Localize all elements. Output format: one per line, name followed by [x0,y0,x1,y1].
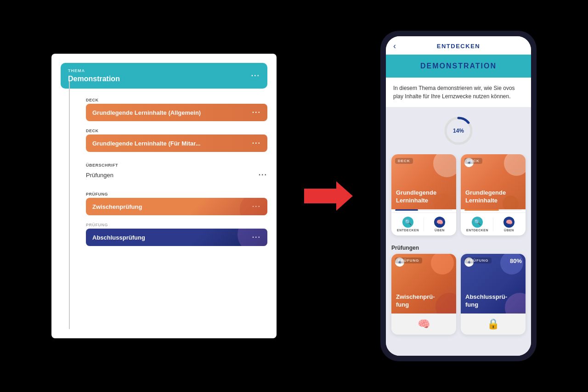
phone-screen: ‹ ENTDECKEN DEMONSTRATION In diesem Them… [386,36,531,356]
uberschrift-node: ÜBERSCHRIFT Prüfungen ··· [86,159,267,185]
thema-dots[interactable]: ··· [251,72,260,80]
prufung1-label: PRÜFUNG [86,192,267,196]
deck-node-2: DECK Grundlegende Lerninhalte (Für Mitar… [86,129,267,152]
divider2 [493,218,493,231]
deck-card-2-top: ✳ DECK GrundlegendeLerninhalte [461,154,526,209]
blob6 [435,293,456,314]
prufung1-card: Zwischenprüfung ··· [86,198,267,215]
phone-banner: DEMONSTRATION [386,55,531,78]
blob5 [431,254,454,274]
lock-icon: 🔒 [487,318,499,330]
percent-badge: 80% [510,258,522,264]
deck-node-1: DECK Grundlegende Lerninhalte (Allgemein… [86,98,267,121]
deck2-card: Grundlegende Lerninhalte (Für Mitar... ·… [86,134,267,152]
phone: ‹ ENTDECKEN DEMONSTRATION In diesem Them… [380,31,537,361]
deck2-title: Grundlegende Lerninhalte (Für Mitar... [92,140,200,147]
red-arrow-group [304,181,353,211]
progress-area: 14% [386,107,531,154]
phone-header-title: ENTDECKEN [437,43,480,50]
deck1-uben[interactable]: 🧠 ÜBEN [428,217,452,232]
deck2-entdecken[interactable]: 🔍 ENTDECKEN [465,217,489,232]
entdecken-icon-1: 🔍 [402,217,413,228]
phone-container: ‹ ENTDECKEN DEMONSTRATION In diesem Them… [380,31,537,361]
phone-header: ‹ ENTDECKEN [386,36,531,55]
deck2-phone-title: GrundlegendeLerninhalte [465,189,506,205]
uben-icon-2: 🧠 [503,217,514,228]
decks-area[interactable]: DECK GrundlegendeLerninhalte 🔍 ENTDECKEN [386,154,531,356]
deck2-fill [464,209,499,211]
deck-card-2[interactable]: ✳ DECK GrundlegendeLerninhalte 🔍 ENTD [461,154,526,235]
section-prufungen-label: Prüfungen [391,241,526,254]
deck2-label: DECK [86,129,267,133]
phone-banner-title: DEMONSTRATION [393,62,524,70]
deck2-phone-label: DECK [464,158,482,164]
deck1-card: Grundlegende Lerninhalte (Allgemein) ··· [86,104,267,121]
uben-icon-1: 🧠 [434,217,445,228]
exam-row: ✳ PRÜFUNG Zwischenprü-fung 🧠 [391,254,526,335]
deck2-uben[interactable]: 🧠 ÜBEN [497,217,521,232]
deck1-phone-title: GrundlegendeLerninhalte [396,189,436,205]
uberschrift-dots[interactable]: ··· [259,171,267,179]
exam1-type-label: PRÜFUNG [395,258,422,263]
back-button[interactable]: ‹ [393,41,396,51]
uberschrift-label: ÜBERSCHRIFT [86,163,267,168]
deck1-phone-label: DECK [395,158,413,164]
main-scene: THEMA Demonstration ··· DECK Grundlegend… [0,0,588,392]
prufung-node-1: PRÜFUNG Zwischenprüfung ··· [86,192,267,215]
uben-label-2: ÜBEN [504,229,514,232]
thema-title: Demonstration [68,75,120,83]
left-panel: THEMA Demonstration ··· DECK Grundlegend… [51,54,277,338]
phone-description: In diesem Thema demonstrieren wir, wie S… [386,78,531,107]
divider1 [424,218,424,231]
deck1-bottom: 🔍 ENTDECKEN 🧠 ÜBEN [391,213,456,235]
blob3 [504,154,526,176]
prufung2-title: Abschlussprüfung [92,234,145,241]
exam1-bottom: 🧠 [391,314,456,335]
progress-circle: 14% [442,115,475,147]
prufung1-title: Zwischenprüfung [92,203,142,210]
uben-label-1: ÜBEN [435,229,445,232]
exam1-title: Zwischenprü-fung [396,293,435,309]
deck-card-1-top: DECK GrundlegendeLerninhalte [391,154,456,209]
progress-label: 14% [453,128,464,134]
deck1-progress [395,209,452,211]
blob8 [505,293,526,314]
arrow-body [304,189,336,203]
deck-row-1: DECK GrundlegendeLerninhalte 🔍 ENTDECKEN [391,154,526,235]
blob2 [433,193,452,209]
uberschrift-title: Prüfungen [86,172,113,179]
exam2-title: Abschlussprü-fung [465,293,507,309]
deck1-label: DECK [86,98,267,102]
prufung2-card: Abschlussprüfung ··· [86,229,267,246]
deck2-bottom: 🔍 ENTDECKEN 🧠 ÜBEN [461,213,526,235]
exam1-top: ✳ PRÜFUNG Zwischenprü-fung [391,254,456,314]
deck1-entdecken[interactable]: 🔍 ENTDECKEN [396,217,420,232]
exam2-bottom: 🔒 [461,314,526,335]
exam-card-1[interactable]: ✳ PRÜFUNG Zwischenprü-fung 🧠 [391,254,456,335]
deck1-fill [395,209,418,211]
arrow-head [336,181,353,211]
prufung2-label: PRÜFUNG [86,223,267,227]
deck1-dots[interactable]: ··· [252,108,261,117]
thema-node: THEMA Demonstration ··· [61,63,267,89]
deck-card-1[interactable]: DECK GrundlegendeLerninhalte 🔍 ENTDECKEN [391,154,456,235]
timeline-line [69,81,70,329]
entdecken-label-2: ENTDECKEN [466,229,488,232]
prufung-node-2: PRÜFUNG Abschlussprüfung ··· [86,223,267,246]
blob1 [433,154,456,177]
deck1-title: Grundlegende Lerninhalte (Allgemein) [92,109,201,116]
exam2-type-label: PRÜFUNG [464,258,492,263]
entdecken-icon-2: 🔍 [472,217,483,228]
child-nodes: DECK Grundlegende Lerninhalte (Allgemein… [86,98,267,246]
thema-card: THEMA Demonstration ··· [61,63,267,89]
entdecken-label-1: ENTDECKEN [397,229,419,232]
deck2-dots[interactable]: ··· [252,139,261,147]
exam-card-2[interactable]: ✳ 80% PRÜFUNG Abschlussprü-fung 🔒 [461,254,526,335]
exam2-top: ✳ 80% PRÜFUNG Abschlussprü-fung [461,254,526,314]
arrow-container [304,181,353,211]
deck2-progress [464,209,522,211]
brain-icon: 🧠 [418,318,430,330]
thema-label: THEMA [68,68,120,73]
blob4 [503,196,519,209]
